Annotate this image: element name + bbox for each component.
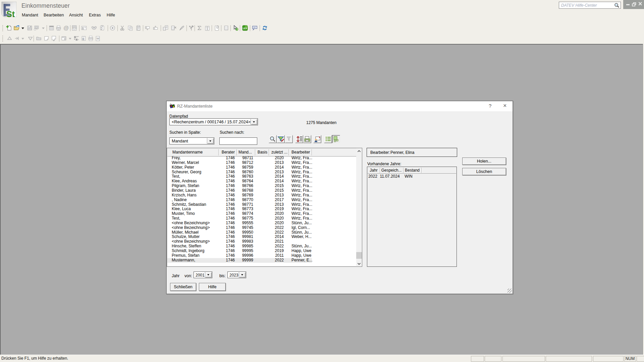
svg-text:?: ? xyxy=(236,28,238,31)
svg-text:W: W xyxy=(97,37,100,40)
svg-text:LEX: LEX xyxy=(243,27,247,29)
svg-text:@: @ xyxy=(63,25,69,31)
svg-text:ESt: ESt xyxy=(72,26,77,29)
svg-text:St: St xyxy=(6,9,15,17)
